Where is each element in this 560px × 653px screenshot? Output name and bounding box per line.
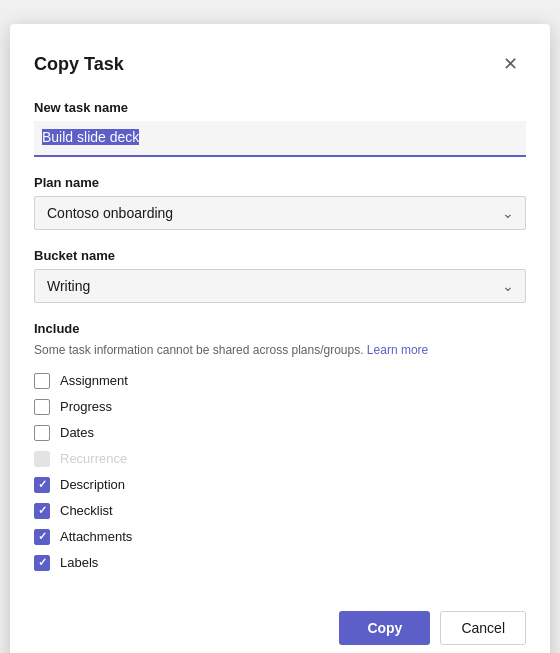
checkbox-item-description[interactable]: Description	[34, 477, 526, 493]
plan-name-select[interactable]: Contoso onboarding	[34, 196, 526, 230]
learn-more-link[interactable]: Learn more	[367, 343, 428, 357]
include-note: Some task information cannot be shared a…	[34, 342, 526, 359]
task-name-section: New task name Build slide deck	[34, 100, 526, 157]
include-note-text: Some task information cannot be shared a…	[34, 343, 364, 357]
close-icon: ✕	[503, 53, 518, 75]
dialog-title: Copy Task	[34, 54, 124, 75]
copy-task-dialog: Copy Task ✕ New task name Build slide de…	[10, 24, 550, 653]
checkbox-item-recurrence: Recurrence	[34, 451, 526, 467]
checkbox-label-dates: Dates	[60, 425, 94, 440]
task-name-label: New task name	[34, 100, 526, 115]
checkbox-assignment[interactable]	[34, 373, 50, 389]
checkbox-label-assignment: Assignment	[60, 373, 128, 388]
checkbox-recurrence	[34, 451, 50, 467]
bucket-name-wrapper: Writing ⌄	[34, 269, 526, 303]
checkbox-label-attachments: Attachments	[60, 529, 132, 544]
dialog-overlay: Copy Task ✕ New task name Build slide de…	[10, 20, 550, 653]
include-title: Include	[34, 321, 526, 336]
checkbox-item-attachments[interactable]: Attachments	[34, 529, 526, 545]
checkbox-dates[interactable]	[34, 425, 50, 441]
checkbox-item-assignment[interactable]: Assignment	[34, 373, 526, 389]
checkbox-item-progress[interactable]: Progress	[34, 399, 526, 415]
bucket-name-label: Bucket name	[34, 248, 526, 263]
checkbox-item-labels[interactable]: Labels	[34, 555, 526, 571]
checkbox-label-checklist: Checklist	[60, 503, 113, 518]
checkbox-item-checklist[interactable]: Checklist	[34, 503, 526, 519]
checkbox-label-progress: Progress	[60, 399, 112, 414]
bucket-name-section: Bucket name Writing ⌄	[34, 248, 526, 303]
include-section: Include Some task information cannot be …	[34, 321, 526, 571]
checkbox-label-description: Description	[60, 477, 125, 492]
task-name-selected-text: Build slide deck	[42, 129, 139, 145]
plan-name-wrapper: Contoso onboarding ⌄	[34, 196, 526, 230]
checkbox-label-recurrence: Recurrence	[60, 451, 127, 466]
cancel-button[interactable]: Cancel	[440, 611, 526, 645]
dialog-header: Copy Task ✕	[34, 48, 526, 80]
dialog-footer: Copy Cancel	[34, 595, 526, 645]
checkbox-checklist[interactable]	[34, 503, 50, 519]
plan-name-section: Plan name Contoso onboarding ⌄	[34, 175, 526, 230]
checkbox-progress[interactable]	[34, 399, 50, 415]
close-button[interactable]: ✕	[494, 48, 526, 80]
plan-name-label: Plan name	[34, 175, 526, 190]
copy-button[interactable]: Copy	[339, 611, 430, 645]
checkbox-item-dates[interactable]: Dates	[34, 425, 526, 441]
task-name-input-wrapper[interactable]: Build slide deck	[34, 121, 526, 157]
checkbox-labels[interactable]	[34, 555, 50, 571]
checkbox-attachments[interactable]	[34, 529, 50, 545]
checkbox-label-labels: Labels	[60, 555, 98, 570]
bucket-name-select[interactable]: Writing	[34, 269, 526, 303]
checkbox-description[interactable]	[34, 477, 50, 493]
